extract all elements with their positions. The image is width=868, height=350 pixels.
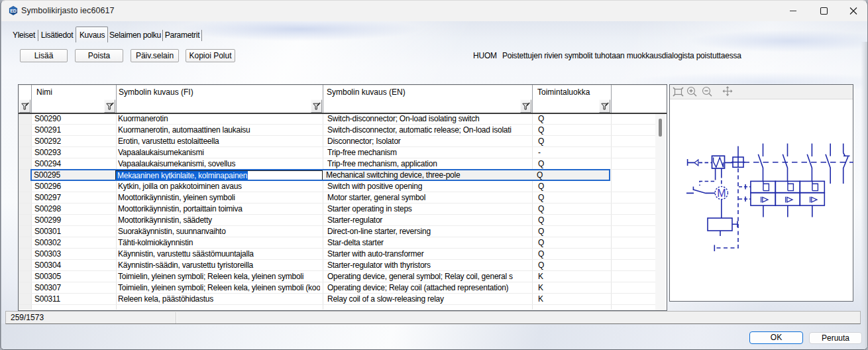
svg-text:ED: ED <box>10 9 17 13</box>
svg-text:M: M <box>717 188 726 199</box>
